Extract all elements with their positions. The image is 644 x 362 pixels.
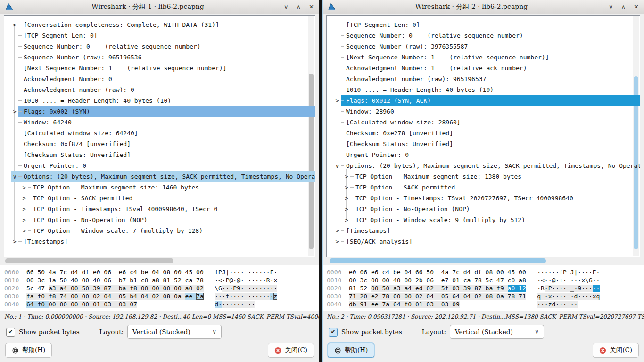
help-button[interactable]: 帮助(H) — [328, 343, 374, 358]
expander-closed-icon[interactable]: > — [343, 184, 350, 191]
tree-row[interactable]: >Flags: 0x012 (SYN, ACK) — [333, 95, 640, 106]
expander-closed-icon[interactable]: > — [20, 184, 28, 191]
tree-row[interactable]: Sequence Number: 0 (relative sequence nu… — [333, 30, 640, 41]
expander-closed-icon[interactable]: > — [333, 228, 341, 234]
hex-row[interactable]: 0020 81 52 00 50 a3 a4 ed 02 5f 03 39 87… — [327, 284, 644, 292]
tree-row[interactable]: >[Conversation completeness: Complete, W… — [11, 19, 315, 30]
show-packet-bytes-checkbox[interactable]: ✔ — [6, 328, 15, 337]
expander-closed-icon[interactable]: > — [343, 195, 350, 202]
help-button[interactable]: 帮助(H) — [5, 343, 52, 358]
tree-row[interactable]: [Checksum Status: Unverified] — [11, 149, 315, 160]
tree-row-label: TCP Option - SACK permitted — [33, 195, 132, 202]
tree-row[interactable]: Urgent Pointer: 0 — [11, 160, 315, 171]
close-window-icon[interactable]: ✕ — [309, 0, 314, 14]
tree-row[interactable]: Sequence Number (raw): 3976355587 — [333, 41, 640, 52]
tree-row[interactable]: >TCP Option - No-Operation (NOP) — [11, 214, 315, 225]
tree-row[interactable]: Sequence Number (raw): 965196536 — [11, 52, 315, 63]
tree-row[interactable]: [Calculated window size: 64240] — [11, 128, 315, 139]
expander-closed-icon[interactable]: > — [20, 206, 28, 213]
close-window-icon[interactable]: ✕ — [634, 0, 639, 14]
tree-row[interactable]: [Next Sequence Number: 1 (relative seque… — [333, 52, 640, 63]
expander-closed-icon[interactable]: > — [333, 98, 341, 104]
tree-row[interactable]: 1010 .... = Header Length: 40 bytes (10) — [11, 95, 315, 106]
tree-row[interactable]: Acknowledgment number (raw): 0 — [11, 84, 315, 95]
tree-row[interactable]: >[Timestamps] — [333, 225, 640, 236]
layout-select[interactable]: Vertical (Stacked) ∨ — [450, 325, 544, 339]
tree-row[interactable]: Checksum: 0xf874 [unverified] — [11, 139, 315, 149]
titlebar[interactable]: Wireshark · 分组 1 · lib6-2.pcapng ∨ ∧ ✕ — [0, 0, 319, 14]
titlebar[interactable]: Wireshark · 分组 2 · lib6-2.pcapng ∨ ∧ ✕ — [323, 0, 644, 14]
tree-horizontal-scrollbar-thumb[interactable] — [330, 258, 546, 263]
tree-row[interactable]: [TCP Segment Len: 0] — [11, 30, 315, 41]
tree-row[interactable]: >TCP Option - Window scale: 9 (multiply … — [333, 214, 640, 225]
close-button[interactable]: 关闭(C) — [268, 343, 314, 358]
tree-row[interactable]: Window: 28960 — [333, 106, 640, 117]
hex-row[interactable]: 0040 64 f0 00 00 00 00 01 03 03 07 d····… — [4, 300, 319, 308]
tree-row[interactable]: >TCP Option - Maximum segment size: 1460… — [11, 182, 315, 193]
hex-row[interactable]: 0000 66 50 4a 7c d4 df e0 06 e6 c4 be 04… — [4, 268, 319, 276]
tree-row-label: Flags: 0x012 (SYN, ACK) — [346, 97, 431, 104]
tree-row[interactable]: >TCP Option - Window scale: 7 (multiply … — [11, 225, 315, 236]
expander-closed-icon[interactable]: > — [20, 228, 28, 234]
expander-open-icon[interactable]: ∨ — [11, 173, 18, 180]
expander-closed-icon[interactable]: > — [343, 173, 350, 180]
tree-row[interactable]: >TCP Option - SACK permitted — [11, 193, 315, 204]
hex-row[interactable]: 0010 00 3c 00 00 40 00 2b 06 e7 01 ca 78… — [327, 276, 644, 284]
tree-row-label: [Next Sequence Number: 1 (relative seque… — [346, 54, 549, 61]
tree-row[interactable]: [Calculated window size: 28960] — [333, 117, 640, 128]
tree-row[interactable]: Acknowledgment Number: 0 — [11, 74, 315, 84]
expander-closed-icon[interactable]: > — [11, 239, 18, 245]
hex-row[interactable]: 0040 db 91 ee 7a 64 f0 01 03 03 09 ···zd… — [327, 300, 644, 308]
hex-row[interactable]: 0020 5c 47 a3 a4 00 50 39 87 ba f8 00 00… — [4, 284, 319, 292]
expander-closed-icon[interactable]: > — [343, 217, 350, 223]
tree-row[interactable]: 1010 .... = Header Length: 40 bytes (10) — [333, 84, 640, 95]
tree-row[interactable]: >TCP Option - SACK permitted — [333, 182, 640, 193]
tree-row[interactable]: >TCP Option - Timestamps: TSval 40009986… — [11, 204, 315, 214]
layout-label: Layout: — [422, 328, 446, 336]
tree-row-label: Acknowledgment Number: 1 (relative ack n… — [346, 65, 527, 72]
show-packet-bytes-checkbox[interactable]: ✔ — [329, 328, 338, 337]
tree-row[interactable]: Window: 64240 — [11, 117, 315, 128]
expander-closed-icon[interactable]: > — [11, 108, 18, 115]
tree-row[interactable]: >TCP Option - Maximum segment size: 1380… — [333, 171, 640, 182]
packet-bytes-pane[interactable]: 0000 e0 06 e6 c4 be 04 66 50 4a 7c d4 df… — [323, 265, 644, 311]
tree-horizontal-scrollbar[interactable] — [4, 257, 315, 265]
tree-row[interactable]: Urgent Pointer: 0 — [333, 149, 640, 160]
close-button[interactable]: 关闭(C) — [593, 343, 639, 358]
tree-row[interactable]: >TCP Option - Timestamps: TSval 20207276… — [333, 193, 640, 204]
tree-row[interactable]: ∨Options: (20 bytes), Maximum segment si… — [333, 160, 640, 171]
expander-open-icon[interactable]: ∨ — [333, 163, 341, 169]
tree-row[interactable]: >TCP Option - No-Operation (NOP) — [333, 204, 640, 214]
tree-row[interactable]: Acknowledgment Number: 1 (relative ack n… — [333, 63, 640, 74]
expander-closed-icon[interactable]: > — [333, 239, 341, 245]
hex-row[interactable]: 0030 71 20 e2 78 00 00 02 04 05 64 04 02… — [327, 292, 644, 300]
expander-closed-icon[interactable]: > — [20, 217, 28, 223]
packet-summary-status: No.: 1 · Time: 0.000000000 · Source: 192… — [0, 311, 319, 321]
hex-row[interactable]: 0010 00 3c 1a 50 40 00 40 06 b7 b1 c0 a8… — [4, 276, 319, 284]
expander-closed-icon[interactable]: > — [20, 195, 28, 202]
expander-closed-icon[interactable]: > — [11, 22, 18, 28]
tree-row[interactable]: Acknowledgment number (raw): 965196537 — [333, 74, 640, 84]
tree-row-label: TCP Option - Maximum segment size: 1460 … — [33, 184, 199, 191]
tree-row[interactable]: Sequence Number: 0 (relative sequence nu… — [11, 41, 315, 52]
layout-select[interactable]: Vertical (Stacked) ∨ — [127, 325, 222, 339]
tree-row[interactable]: [TCP Segment Len: 0] — [333, 19, 640, 30]
packet-bytes-pane[interactable]: 0000 66 50 4a 7c d4 df e0 06 e6 c4 be 04… — [0, 265, 319, 311]
tree-row[interactable]: [Next Sequence Number: 1 (relative seque… — [11, 63, 315, 74]
tree-row[interactable]: >[SEQ/ACK analysis] — [333, 236, 640, 247]
maximize-icon[interactable]: ∧ — [621, 0, 626, 14]
tree-row-label: TCP Option - Timestamps: TSval 202072769… — [355, 195, 573, 202]
tree-horizontal-scrollbar[interactable] — [326, 257, 640, 265]
tree-row[interactable]: Checksum: 0xe278 [unverified] — [333, 128, 640, 139]
tree-horizontal-scrollbar-thumb[interactable] — [5, 258, 173, 263]
hex-row[interactable]: 0030 fa f0 f8 74 00 00 02 04 05 b4 04 02… — [4, 292, 319, 300]
maximize-icon[interactable]: ∧ — [297, 0, 301, 14]
tree-row[interactable]: >Flags: 0x002 (SYN) — [11, 106, 315, 117]
minimize-icon[interactable]: ∨ — [284, 0, 289, 14]
tree-row[interactable]: >[Timestamps] — [11, 236, 315, 247]
hex-row[interactable]: 0000 e0 06 e6 c4 be 04 66 50 4a 7c d4 df… — [327, 268, 644, 276]
tree-row[interactable]: [Checksum Status: Unverified] — [333, 139, 640, 149]
tree-row[interactable]: ∨Options: (20 bytes), Maximum segment si… — [11, 171, 315, 182]
minimize-icon[interactable]: ∨ — [609, 0, 613, 14]
expander-closed-icon[interactable]: > — [343, 206, 350, 213]
